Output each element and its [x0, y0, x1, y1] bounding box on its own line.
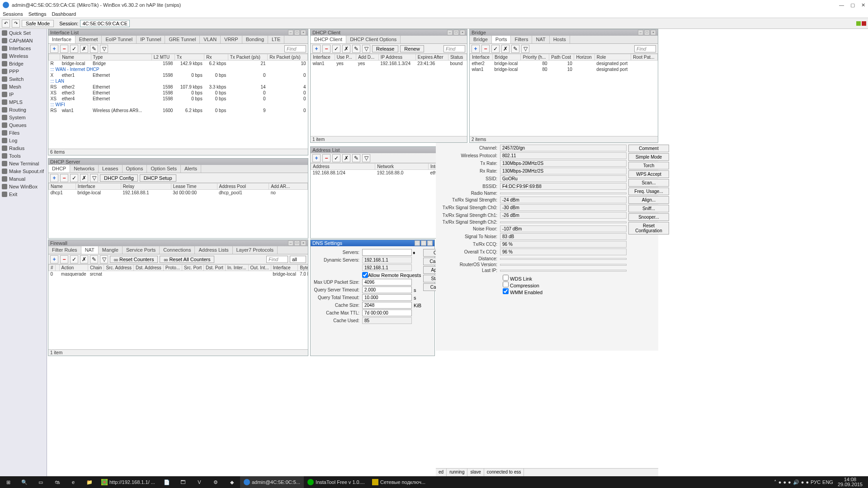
safe-mode-button[interactable]: Safe Mode — [22, 20, 54, 27]
find-input[interactable]: Find — [284, 45, 306, 52]
table-row[interactable]: RSwlan1Wireless (Atheros AR9...16006.2 k… — [49, 108, 308, 113]
tab-ports[interactable]: Ports — [492, 36, 511, 43]
max-udp-input[interactable]: 4096 — [362, 279, 412, 286]
dhcp-config-button[interactable]: DHCP Config — [100, 174, 138, 182]
minimize-icon[interactable]: — — [839, 2, 844, 8]
sidebar-item-queues[interactable]: Queues — [0, 121, 47, 129]
allow-remote-checkbox[interactable] — [362, 272, 368, 278]
table-row[interactable]: ::: WAN - Internet DHCP — [49, 66, 308, 72]
session-value[interactable]: 4C:5E:0C:59:CA:CE — [80, 20, 130, 27]
servers-input[interactable] — [362, 249, 412, 256]
tab-address-lists[interactable]: Address Lists — [195, 246, 232, 254]
table-row[interactable]: XSether4Ethernet15980 bps0 bps00 — [49, 96, 308, 102]
maximize-icon[interactable]: □ — [294, 30, 300, 35]
freq-usage--button[interactable]: Freq. Usage... — [628, 188, 669, 195]
align--button[interactable]: Align... — [628, 196, 669, 204]
tab-dhcp-client-options[interactable]: DHCP Client Options — [346, 36, 401, 43]
add-button[interactable]: + — [50, 45, 58, 53]
reset-counters-button[interactable]: 00 Reset Counters — [110, 256, 158, 263]
minimize-icon[interactable]: – — [288, 30, 293, 35]
edge-icon[interactable]: e — [65, 476, 81, 488]
tab-ip-tunnel[interactable]: IP Tunnel — [137, 36, 165, 43]
sniff--button[interactable]: Sniff... — [628, 205, 669, 212]
table-row[interactable]: ::: LAN — [49, 78, 308, 84]
reset-configuration-button[interactable]: Reset Configuration — [628, 222, 669, 235]
tab-hosts[interactable]: Hosts — [550, 36, 570, 43]
menu-sessions[interactable]: Sessions — [3, 11, 23, 17]
comment-button[interactable]: Comment — [628, 145, 669, 152]
tab-option-sets[interactable]: Option Sets — [147, 165, 180, 173]
sidebar-item-mpls[interactable]: MPLS — [0, 98, 47, 106]
sidebar-item-wireless[interactable]: Wireless — [0, 52, 47, 60]
filter-icon[interactable]: ▽ — [100, 45, 108, 53]
sidebar-item-mesh[interactable]: Mesh — [0, 83, 47, 90]
sidebar-item-new-terminal[interactable]: New Terminal — [0, 160, 47, 167]
wps-accept-button[interactable]: WPS Accept — [628, 170, 669, 178]
tab-bonding[interactable]: Bonding — [242, 36, 268, 43]
sidebar-item-bridge[interactable]: Bridge — [0, 60, 47, 67]
search-icon[interactable]: 🔍 — [16, 476, 33, 488]
scan--button[interactable]: Scan... — [628, 179, 669, 187]
taskview-icon[interactable]: ▭ — [33, 476, 49, 488]
menu-settings[interactable]: Settings — [28, 11, 47, 17]
disable-button[interactable]: ✗ — [80, 45, 88, 53]
tab-bridge[interactable]: Bridge — [470, 36, 492, 43]
sidebar-item-system[interactable]: System — [0, 113, 47, 121]
tab-gre-tunnel[interactable]: GRE Tunnel — [165, 36, 200, 43]
tab-vlan[interactable]: VLAN — [200, 36, 221, 43]
redo-icon[interactable]: ↷ — [12, 19, 20, 28]
undo-icon[interactable]: ↶ — [2, 19, 10, 28]
renew-button[interactable]: Renew — [400, 45, 424, 52]
tab-filters[interactable]: Filters — [511, 36, 532, 43]
maximize-icon[interactable]: ▢ — [850, 2, 855, 8]
store-icon[interactable]: 🛍 — [49, 476, 65, 488]
tab-lte[interactable]: LTE — [268, 36, 284, 43]
explorer-icon[interactable]: 📁 — [81, 476, 98, 488]
sidebar-item-manual[interactable]: Manual — [0, 175, 47, 183]
tab-connections[interactable]: Connections — [160, 246, 195, 254]
tab-vrrp[interactable]: VRRP — [221, 36, 242, 43]
tab-filter-rules[interactable]: Filter Rules — [48, 246, 81, 254]
reset-all-counters-button[interactable]: 00 Reset All Counters — [160, 256, 214, 263]
table-row[interactable]: XSether3Ethernet15980 bps0 bps00 — [49, 90, 308, 96]
sidebar-item-capsman[interactable]: CAPsMAN — [0, 37, 47, 44]
torch-button[interactable]: Torch — [628, 162, 669, 169]
sidebar-item-ip[interactable]: IP — [0, 90, 47, 98]
start-icon[interactable]: ⊞ — [0, 476, 16, 488]
find-input[interactable]: Find — [443, 45, 465, 52]
tab-ethernet[interactable]: Ethernet — [75, 36, 102, 43]
filter-icon[interactable]: ▽ — [362, 154, 370, 162]
sidebar-item-files[interactable]: Files — [0, 129, 47, 136]
sidebar-item-log[interactable]: Log — [0, 136, 47, 144]
sidebar-item-quick-set[interactable]: Quick Set — [0, 29, 47, 37]
sidebar-item-new-winbox[interactable]: New WinBox — [0, 183, 47, 190]
sidebar-item-interfaces[interactable]: Interfaces — [0, 44, 47, 52]
table-row[interactable]: ::: WIFI — [49, 102, 308, 108]
remove-button[interactable]: − — [60, 45, 68, 53]
simple-mode-button[interactable]: Simple Mode — [628, 153, 669, 161]
table-row[interactable]: Xether1Ethernet15980 bps0 bps00 — [49, 72, 308, 78]
release-button[interactable]: Release — [372, 45, 398, 52]
snooper--button[interactable]: Snooper... — [628, 213, 669, 221]
taskbar-task[interactable]: http://192.168.1.1/ ... — [98, 476, 159, 488]
enable-button[interactable]: ✓ — [70, 45, 78, 53]
sidebar-item-ppp[interactable]: PPP — [0, 67, 47, 75]
filter-icon[interactable]: ▽ — [100, 255, 108, 263]
tab-service-ports[interactable]: Service Ports — [123, 246, 160, 254]
tray-chevron-icon[interactable]: ˄ — [774, 479, 777, 485]
tab-nat[interactable]: NAT — [81, 246, 99, 254]
sidebar-item-exit[interactable]: Exit — [0, 190, 47, 198]
filter-icon[interactable]: ▽ — [362, 45, 370, 53]
add-button[interactable]: + — [312, 45, 321, 53]
taskbar-task-winbox[interactable]: admin@4C:5E:0C:5... — [240, 476, 304, 488]
sidebar-item-tools[interactable]: Tools — [0, 152, 47, 160]
filter-icon[interactable]: ▽ — [90, 174, 98, 182]
close-icon[interactable]: × — [301, 30, 306, 35]
sidebar-item-radius[interactable]: Radius — [0, 144, 47, 152]
tab-mangle[interactable]: Mangle — [99, 246, 123, 254]
table-row[interactable]: RSether2Ethernet1598107.9 kbps3.3 kbps14… — [49, 84, 308, 90]
tab-interface[interactable]: Interface — [48, 36, 75, 43]
tab-alerts[interactable]: Alerts — [181, 165, 201, 173]
menu-dashboard[interactable]: Dashboard — [52, 11, 76, 17]
filter-all-select[interactable]: all — [290, 256, 306, 263]
